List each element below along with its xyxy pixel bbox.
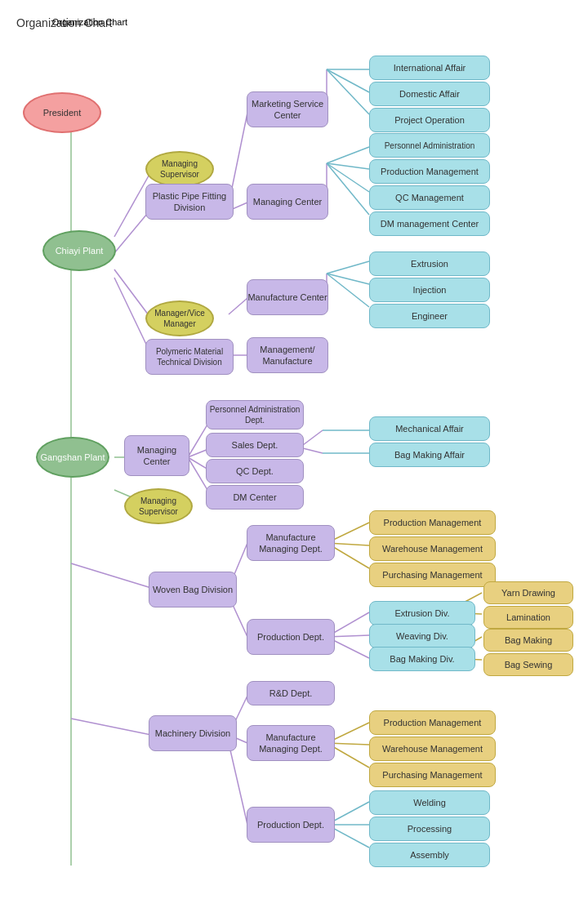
personnel-admin-dept-node: Personnel Administration Dept. bbox=[206, 400, 304, 429]
extrusion-1-node: Extrusion bbox=[369, 251, 490, 276]
weaving-div-node: Weaving Div. bbox=[369, 624, 475, 648]
qc-dept-node: QC Dept. bbox=[206, 459, 304, 483]
management-manufacture-node: Management/ Manufacture bbox=[247, 337, 328, 373]
plastic-pipe-node: Plastic Pipe Fitting Division bbox=[145, 184, 234, 220]
production-mgmt-1-node: Production Management bbox=[369, 159, 490, 184]
woven-bag-node: Woven Bag Division bbox=[149, 572, 237, 607]
international-node: International Affair bbox=[369, 56, 490, 80]
warehouse-mgmt-mach-node: Warehouse Management bbox=[369, 737, 496, 761]
managing-supervisor-1-node: Managing Supervisor bbox=[145, 151, 214, 187]
mechanical-node: Mechanical Affair bbox=[369, 416, 490, 441]
dm-mgmt-node: DM management Center bbox=[369, 211, 490, 236]
warehouse-mgmt-woven-node: Warehouse Management bbox=[369, 536, 496, 561]
svg-line-21 bbox=[327, 274, 369, 284]
polymeric-node: Polymeric Material Technical Division bbox=[145, 339, 234, 375]
page-title: Organization Chart bbox=[16, 12, 163, 33]
svg-line-50 bbox=[229, 743, 247, 825]
manufacture-managing-dept-2-node: Manufacture Managing Dept. bbox=[247, 725, 335, 761]
svg-line-20 bbox=[327, 261, 369, 274]
domestic-node: Domestic Affair bbox=[369, 82, 490, 106]
personnel-admin-1-node: Personnel Administration bbox=[369, 133, 490, 158]
svg-line-17 bbox=[327, 163, 369, 192]
svg-line-8 bbox=[229, 298, 247, 314]
yarn-drawing-node: Yarn Drawing bbox=[483, 581, 573, 604]
purchasing-mgmt-woven-node: Purchasing Management bbox=[369, 563, 496, 587]
processing-node: Processing bbox=[369, 817, 490, 841]
managing-center-1-node: Managing Center bbox=[247, 184, 328, 220]
purchasing-mgmt-mach-node: Purchasing Management bbox=[369, 763, 496, 787]
extrusion-div-node: Extrusion Div. bbox=[369, 601, 475, 625]
svg-line-5 bbox=[114, 278, 149, 351]
svg-line-30 bbox=[71, 563, 151, 588]
machinery-div-node: Machinery Division bbox=[149, 715, 237, 751]
gangshan-node: Gangshan Plant bbox=[36, 437, 109, 478]
rd-dept-node: R&D Dept. bbox=[247, 681, 335, 705]
managing-supervisor-2-node: Managing Supervisor bbox=[124, 488, 193, 524]
sales-dept-node: Sales Dept. bbox=[206, 433, 304, 457]
bag-making-node: Bag Making bbox=[483, 629, 573, 652]
manager-vice-node: Manager/Vice Manager bbox=[145, 300, 214, 336]
project-op-node: Project Operation bbox=[369, 108, 490, 132]
svg-line-15 bbox=[327, 147, 369, 163]
svg-line-16 bbox=[327, 163, 369, 169]
president-node: President bbox=[23, 92, 101, 133]
manufacture-managing-dept-1-node: Manufacture Managing Dept. bbox=[247, 525, 335, 561]
svg-line-31 bbox=[71, 719, 151, 735]
svg-line-18 bbox=[327, 163, 369, 215]
prod-mgmt-mach-node: Production Management bbox=[369, 710, 496, 735]
bag-sewing-node: Bag Sewing bbox=[483, 653, 573, 676]
svg-line-4 bbox=[114, 269, 151, 318]
bag-making-div-node: Bag Making Div. bbox=[369, 647, 475, 671]
dm-center-node: DM Center bbox=[206, 485, 304, 510]
assembly-node: Assembly bbox=[369, 843, 490, 867]
prod-mgmt-woven-node: Production Management bbox=[369, 510, 496, 535]
chiayi-plant-node: Chiayi Plant bbox=[42, 230, 116, 271]
marketing-service-node: Marketing Service Center bbox=[247, 91, 328, 127]
injection-node: Injection bbox=[369, 278, 490, 302]
managing-center-2-node: Managing Center bbox=[124, 435, 189, 476]
svg-line-22 bbox=[327, 274, 369, 307]
production-dept-2-node: Production Dept. bbox=[247, 807, 335, 843]
lamination-node: Lamination bbox=[483, 606, 573, 629]
svg-line-13 bbox=[327, 69, 369, 114]
manufacture-center-node: Manufacture Center bbox=[247, 279, 328, 315]
qc-mgmt-node: QC Management bbox=[369, 185, 490, 210]
production-dept-1-node: Production Dept. bbox=[247, 619, 335, 655]
engineer-node: Engineer bbox=[369, 304, 490, 328]
bag-making-affair-node: Bag Making Affair bbox=[369, 443, 490, 467]
svg-line-12 bbox=[327, 69, 369, 92]
welding-node: Welding bbox=[369, 790, 490, 815]
